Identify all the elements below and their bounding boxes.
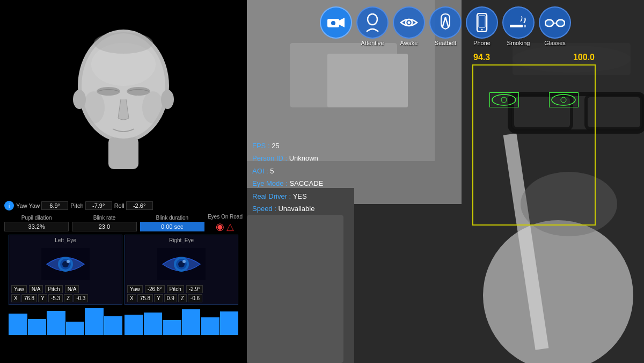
bbox-score-top-right: 100.0 [573,53,595,62]
person-id-label: Person ID : [252,154,289,162]
camera-btn[interactable] [320,6,352,46]
blink-rate-box: Blink rate 23.0 [72,215,136,231]
left-eye-panel: Left_Eye Yaw N [9,235,122,305]
svg-line-53 [545,20,545,22]
smoking-label: Smoking [507,40,530,46]
attentive-icon-circle [356,6,389,39]
controls-area: i Yaw Yaw 6.9° Pitch -7.9° Roll -2.6° Pu… [0,199,247,339]
real-driver-line: Real Driver : YES [252,190,323,202]
right-panel: Attentive Awake [247,0,644,363]
right-eye-title: Right_Eye [127,237,236,243]
svg-line-54 [565,20,565,22]
roll-value: -2.6° [126,201,153,210]
svg-point-7 [83,91,105,124]
bar-chart-area [4,305,243,337]
right-eye-yaw-pitch: Yaw -26.6° Pitch -2.9° [127,285,236,293]
blink-rate-value: 23.0 [72,222,136,231]
awake-icon [400,15,418,30]
right-eye-tracking-svg [550,93,578,107]
smoking-btn[interactable]: Smoking [502,6,535,46]
attentive-icon [364,13,380,32]
pupil-dilation-label: Pupil dilation [4,215,69,221]
speed-label: Speed : [252,205,278,213]
eye-panels: Left_Eye Yaw N [4,235,243,305]
left-eye-tracking-svg [490,93,518,107]
roll-label-text: Roll [114,202,125,209]
left-eye-svg [41,248,90,280]
awake-label: Awake [400,40,418,46]
metrics-row: Pupil dilation 33.2% Blink rate 23.0 Bli… [4,214,243,233]
info-icon: i [4,201,14,210]
bar-1 [9,314,27,335]
awake-btn[interactable]: Awake [393,6,425,46]
svg-rect-46 [479,16,485,27]
eye-icon-open: ◉ [216,221,224,233]
top-icon-bar: Attentive Awake [247,6,644,46]
blink-duration-label: Blink duration [140,215,204,221]
bar-11 [201,317,219,335]
yaw-value: 6.9° [41,201,68,210]
left-bar-group [9,308,122,335]
svg-rect-55 [546,20,553,26]
seatbelt-icon [438,13,453,32]
camera-icon-circle [320,6,352,39]
bar-7 [125,315,143,335]
glasses-btn[interactable]: Glasses [539,6,571,46]
svg-point-40 [368,14,377,25]
left-panel: i Yaw Yaw 6.9° Pitch -7.9° Roll -2.6° Pu… [0,0,247,363]
eyes-icons: ◉ △ [216,221,234,233]
info-overlay: FPS : 25 Person ID : Unknown AOI : 5 Eye… [252,140,323,215]
pitch-value: -7.9° [85,201,112,210]
seatbelt-btn[interactable]: Seatbelt [429,6,462,46]
phone-icon-circle [466,6,498,39]
svg-point-42 [408,21,411,24]
left-eye-xyz: X 76.8 Y -5.3 Z -0.3 [11,294,120,302]
head-model-area [0,0,247,199]
person-id-value: Unknown [289,154,318,162]
phone-label: Phone [473,40,491,46]
attentive-btn[interactable]: Attentive [356,6,389,46]
glasses-label: Glasses [544,40,566,46]
fps-line: FPS : 25 [252,140,323,152]
eyes-on-road-box: Eyes On Road ◉ △ [208,214,243,233]
right-eye-xyz: X 75.8 Y 0.9 Z -0.6 [127,294,236,302]
glasses-icon [545,16,565,29]
right-eye-pitch: -2.9° [186,285,203,293]
svg-point-58 [501,97,507,103]
right-eye-x: 75.8 [137,294,153,302]
bar-8 [144,313,163,335]
svg-point-39 [331,21,335,25]
right-eye-icon-area [127,245,236,283]
smoking-icon [509,15,528,30]
yaw-group: Yaw Yaw 6.9° [16,201,68,210]
eye-mode-value: SACCADE [289,179,323,187]
svg-point-11 [94,32,153,54]
bar-12 [220,311,239,335]
right-eye-z: -0.6 [188,294,202,302]
bar-2 [28,319,47,335]
blink-rate-label: Blink rate [72,215,136,221]
speed-line: Speed : Unavailable [252,202,323,215]
svg-point-21 [182,260,186,263]
svg-point-57 [492,95,516,105]
blink-duration-box: Blink duration 0.00 sec [140,215,204,231]
camera-icon [327,17,345,28]
svg-marker-38 [339,18,345,27]
bar-9 [163,320,181,335]
right-eye-yaw: -26.6° [145,285,165,293]
roll-group: Roll -2.6° [114,201,153,210]
phone-btn[interactable]: Phone [466,6,498,46]
bbox-score-top-left: 94.3 [473,53,490,62]
svg-point-59 [552,95,575,105]
real-driver-label: Real Driver : [252,192,293,200]
left-eye-title: Left_Eye [11,237,120,243]
aoi-value: 5 [270,167,274,175]
speed-value: Unavailable [278,205,314,213]
yaw-pitch-roll-row: i Yaw Yaw 6.9° Pitch -7.9° Roll -2.6° [4,201,243,210]
left-eye-z: -0.3 [74,294,88,302]
right-eye-y: 0.9 [164,294,177,302]
left-eye-yaw-pitch: Yaw N/A Pitch N/A [11,285,120,293]
left-eye-yaw: N/A [29,285,43,293]
svg-rect-2 [108,137,138,169]
blink-duration-value: 0.00 sec [140,222,204,231]
